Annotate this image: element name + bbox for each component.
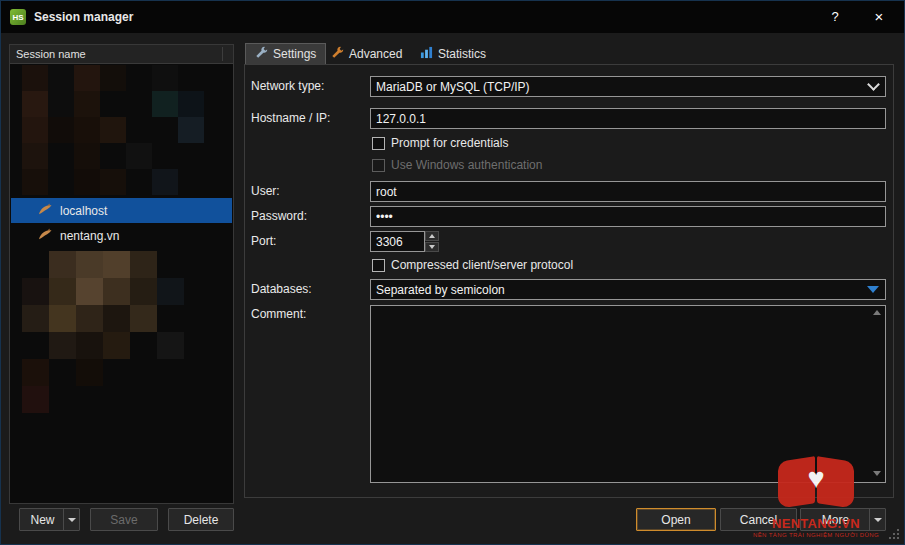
censored-tile: [103, 251, 130, 278]
checkbox-box: [372, 137, 385, 150]
session-row-localhost[interactable]: localhost: [11, 198, 232, 223]
session-manager-window: HS Session manager ? × Session name loca…: [0, 0, 905, 545]
censored-tile: [76, 278, 103, 305]
wrench-icon: [331, 46, 344, 62]
watermark-tagline: NỀN TẢNG TRẢI NGHIỆM NGƯỜI DÙNG: [740, 532, 892, 538]
hostname-input[interactable]: [370, 108, 886, 129]
tab-statistics-label: Statistics: [438, 47, 486, 61]
chevron-down-icon: [68, 518, 76, 522]
tab-settings[interactable]: Settings: [245, 43, 326, 64]
new-dropdown-button[interactable]: [63, 509, 79, 530]
censored-tile: [22, 91, 48, 117]
censored-tile: [103, 332, 130, 359]
censored-tile: [22, 386, 49, 413]
censored-tile: [48, 91, 74, 117]
open-button[interactable]: Open: [636, 508, 716, 531]
databases-value: Separated by semicolon: [376, 283, 505, 297]
network-type-label: Network type:: [251, 79, 324, 93]
more-button-label: More: [822, 513, 849, 527]
cancel-button[interactable]: Cancel: [720, 508, 797, 531]
close-button[interactable]: ×: [858, 1, 900, 33]
dolphin-icon: [38, 203, 53, 219]
scrollbar-down-icon[interactable]: [873, 471, 881, 476]
scrollbar-up-icon[interactable]: [873, 310, 881, 315]
new-session-button[interactable]: New: [19, 508, 80, 531]
stepper-down-button[interactable]: [425, 242, 439, 252]
windows-auth-checkbox: Use Windows authentication: [372, 158, 542, 172]
tab-advanced[interactable]: Advanced: [322, 43, 411, 64]
censored-tile: [152, 169, 178, 195]
censored-tile: [48, 65, 74, 91]
censored-tile: [76, 359, 103, 386]
arrow-up-icon: [429, 234, 435, 238]
censored-tile: [157, 332, 184, 359]
censored-tile: [103, 278, 130, 305]
windows-auth-label: Use Windows authentication: [391, 158, 542, 172]
more-dropdown-button[interactable]: [869, 509, 885, 530]
port-stepper: [425, 231, 439, 252]
censored-tile: [74, 91, 100, 117]
censored-tile: [22, 143, 48, 169]
censored-tile: [22, 117, 48, 143]
new-button-label: New: [30, 513, 54, 527]
censored-tile: [76, 332, 103, 359]
censored-tile: [74, 117, 100, 143]
delete-button[interactable]: Delete: [168, 508, 234, 531]
censored-tile: [100, 65, 126, 91]
censored-tile: [76, 251, 103, 278]
censored-tile: [49, 332, 76, 359]
censored-tile: [48, 117, 74, 143]
databases-label: Databases:: [251, 282, 312, 296]
comment-label: Comment:: [251, 307, 306, 321]
session-list-header[interactable]: Session name: [10, 45, 233, 64]
checkbox-box: [372, 159, 385, 172]
censored-tile: [103, 305, 130, 332]
more-button[interactable]: More: [800, 508, 886, 531]
tab-advanced-label: Advanced: [349, 47, 402, 61]
censored-tile: [152, 91, 178, 117]
compressed-protocol-checkbox[interactable]: Compressed client/server protocol: [372, 258, 573, 272]
resize-grip[interactable]: [897, 537, 899, 539]
censored-tile: [178, 91, 204, 117]
comment-textarea[interactable]: [370, 305, 886, 483]
dropdown-arrow-icon: [867, 286, 879, 293]
censored-tile: [74, 169, 100, 195]
censored-tile: [22, 305, 49, 332]
tab-statistics[interactable]: Statistics: [411, 43, 495, 64]
port-label: Port:: [251, 234, 276, 248]
session-row-nentang[interactable]: nentang.vn: [11, 223, 232, 248]
save-button[interactable]: Save: [90, 508, 158, 531]
compressed-protocol-label: Compressed client/server protocol: [391, 258, 573, 272]
censored-tile: [157, 278, 184, 305]
prompt-credentials-checkbox[interactable]: Prompt for credentials: [372, 136, 508, 150]
checkbox-box: [372, 259, 385, 272]
app-icon: HS: [10, 9, 26, 25]
session-label: nentang.vn: [60, 229, 119, 243]
censored-tile: [49, 278, 76, 305]
user-input[interactable]: [370, 181, 886, 202]
censored-tile: [126, 143, 152, 169]
chevron-down-icon: [867, 78, 880, 91]
bar-chart-icon: [420, 46, 433, 62]
window-title: Session manager: [34, 1, 133, 33]
help-button[interactable]: ?: [814, 1, 856, 33]
password-label: Password:: [251, 209, 307, 223]
censored-tile: [22, 169, 48, 195]
censored-tile: [22, 65, 48, 91]
censored-tile: [130, 251, 157, 278]
network-type-select[interactable]: MariaDB or MySQL (TCP/IP): [370, 76, 886, 97]
censored-tile: [49, 251, 76, 278]
tab-settings-label: Settings: [273, 47, 316, 61]
censored-tile: [100, 117, 126, 143]
censored-tile: [178, 117, 204, 143]
prompt-credentials-label: Prompt for credentials: [391, 136, 508, 150]
chevron-down-icon: [874, 518, 882, 522]
censored-tile: [152, 65, 178, 91]
password-input[interactable]: [370, 206, 886, 227]
stepper-up-button[interactable]: [425, 231, 439, 241]
arrow-down-icon: [429, 245, 435, 249]
censored-tile: [74, 143, 100, 169]
session-label: localhost: [60, 204, 107, 218]
port-input[interactable]: [370, 231, 425, 252]
databases-select[interactable]: Separated by semicolon: [370, 279, 886, 300]
